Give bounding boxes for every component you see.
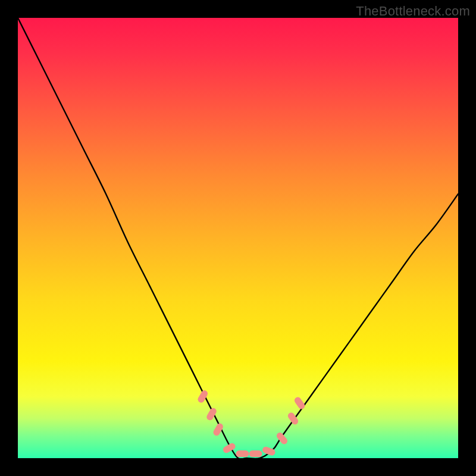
curve-marker	[249, 450, 262, 457]
curve-markers	[197, 389, 306, 457]
curve-marker	[293, 396, 306, 410]
curve-svg	[18, 18, 458, 458]
plot-area	[18, 18, 458, 458]
curve-marker	[262, 446, 276, 456]
bottleneck-curve-path	[18, 18, 458, 458]
attribution-label: TheBottleneck.com	[356, 4, 470, 19]
curve-marker	[236, 450, 249, 457]
curve-marker	[212, 422, 224, 437]
chart-frame: TheBottleneck.com	[0, 0, 476, 476]
